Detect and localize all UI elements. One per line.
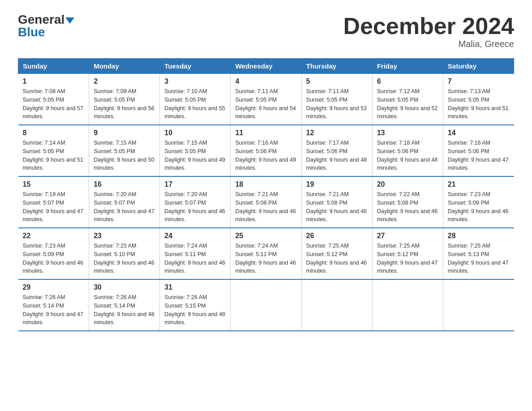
day-cell: 19 Sunrise: 7:21 AMSunset: 5:08 PMDaylig… [301,176,372,228]
day-cell: 31 Sunrise: 7:26 AMSunset: 5:15 PMDaylig… [160,279,231,331]
month-title: December 2024 [343,13,514,39]
day-info: Sunrise: 7:25 AMSunset: 5:13 PMDaylight:… [448,243,509,274]
day-info: Sunrise: 7:26 AMSunset: 5:15 PMDaylight:… [164,294,225,325]
day-number: 18 [235,180,296,188]
logo: General Blue [18,13,74,39]
title-block: December 2024 Malia, Greece [343,13,514,49]
header-cell-friday: Friday [372,59,443,74]
day-number: 10 [164,129,226,137]
day-number: 8 [23,129,85,137]
day-cell: 13 Sunrise: 7:18 AMSunset: 5:06 PMDaylig… [372,125,443,176]
day-number: 29 [23,283,85,291]
day-info: Sunrise: 7:13 AMSunset: 5:05 PMDaylight:… [448,88,509,120]
day-number: 15 [23,180,85,188]
header-cell-sunday: Sunday [18,59,89,74]
day-info: Sunrise: 7:08 AMSunset: 5:05 PMDaylight:… [23,88,84,120]
day-number: 25 [235,232,296,240]
day-number: 9 [94,129,155,137]
week-row-1: 1 Sunrise: 7:08 AMSunset: 5:05 PMDayligh… [18,74,514,125]
day-number: 27 [377,232,438,240]
day-cell: 18 Sunrise: 7:21 AMSunset: 5:08 PMDaylig… [231,176,301,228]
header-cell-monday: Monday [89,59,160,74]
day-info: Sunrise: 7:15 AMSunset: 5:05 PMDaylight:… [94,140,154,171]
day-info: Sunrise: 7:24 AMSunset: 5:11 PMDaylight:… [235,243,296,274]
day-number: 6 [377,77,438,86]
calendar-body: 1 Sunrise: 7:08 AMSunset: 5:05 PMDayligh… [18,74,514,331]
day-number: 5 [306,77,368,86]
day-info: Sunrise: 7:11 AMSunset: 5:05 PMDaylight:… [306,88,367,120]
logo-general: General [18,13,74,26]
week-row-5: 29 Sunrise: 7:26 AMSunset: 5:14 PMDaylig… [18,279,514,331]
day-info: Sunrise: 7:10 AMSunset: 5:05 PMDaylight:… [164,88,225,120]
day-cell: 8 Sunrise: 7:14 AMSunset: 5:05 PMDayligh… [18,125,89,176]
day-cell: 10 Sunrise: 7:15 AMSunset: 5:05 PMDaylig… [160,125,231,176]
day-info: Sunrise: 7:24 AMSunset: 5:11 PMDaylight:… [164,243,225,274]
day-number: 26 [306,232,368,240]
day-number: 22 [23,232,85,240]
logo-triangle-icon [65,17,74,24]
day-info: Sunrise: 7:20 AMSunset: 5:07 PMDaylight:… [94,191,154,223]
day-cell: 15 Sunrise: 7:19 AMSunset: 5:07 PMDaylig… [18,176,89,228]
day-cell: 20 Sunrise: 7:22 AMSunset: 5:08 PMDaylig… [372,176,443,228]
day-cell: 21 Sunrise: 7:23 AMSunset: 5:09 PMDaylig… [443,176,514,228]
day-info: Sunrise: 7:11 AMSunset: 5:05 PMDaylight:… [235,88,296,120]
day-number: 14 [448,129,510,137]
day-info: Sunrise: 7:26 AMSunset: 5:14 PMDaylight:… [23,294,84,325]
day-cell: 16 Sunrise: 7:20 AMSunset: 5:07 PMDaylig… [89,176,160,228]
day-number: 7 [448,77,510,86]
day-cell: 23 Sunrise: 7:23 AMSunset: 5:10 PMDaylig… [89,228,160,279]
day-cell: 25 Sunrise: 7:24 AMSunset: 5:11 PMDaylig… [231,228,301,279]
day-info: Sunrise: 7:23 AMSunset: 5:09 PMDaylight:… [448,191,509,223]
day-info: Sunrise: 7:21 AMSunset: 5:08 PMDaylight:… [306,191,367,223]
day-cell: 28 Sunrise: 7:25 AMSunset: 5:13 PMDaylig… [443,228,514,279]
day-cell: 11 Sunrise: 7:16 AMSunset: 5:06 PMDaylig… [231,125,301,176]
calendar-header: SundayMondayTuesdayWednesdayThursdayFrid… [18,59,514,74]
day-cell: 2 Sunrise: 7:09 AMSunset: 5:05 PMDayligh… [89,74,160,125]
day-info: Sunrise: 7:09 AMSunset: 5:05 PMDaylight:… [94,88,154,120]
day-cell: 14 Sunrise: 7:18 AMSunset: 5:06 PMDaylig… [443,125,514,176]
week-row-3: 15 Sunrise: 7:19 AMSunset: 5:07 PMDaylig… [18,176,514,228]
day-cell: 17 Sunrise: 7:20 AMSunset: 5:07 PMDaylig… [160,176,231,228]
header-cell-wednesday: Wednesday [231,59,301,74]
day-cell: 6 Sunrise: 7:12 AMSunset: 5:05 PMDayligh… [372,74,443,125]
week-row-4: 22 Sunrise: 7:23 AMSunset: 5:09 PMDaylig… [18,228,514,279]
day-info: Sunrise: 7:25 AMSunset: 5:12 PMDaylight:… [306,243,367,274]
logo-blue: Blue [18,26,45,39]
day-info: Sunrise: 7:17 AMSunset: 5:06 PMDaylight:… [306,140,367,171]
day-number: 16 [94,180,155,188]
day-info: Sunrise: 7:18 AMSunset: 5:06 PMDaylight:… [448,140,509,171]
day-info: Sunrise: 7:20 AMSunset: 5:07 PMDaylight:… [164,191,225,223]
day-number: 21 [448,180,510,188]
day-info: Sunrise: 7:19 AMSunset: 5:07 PMDaylight:… [23,191,84,223]
day-number: 19 [306,180,368,188]
day-info: Sunrise: 7:12 AMSunset: 5:05 PMDaylight:… [377,88,438,120]
week-row-2: 8 Sunrise: 7:14 AMSunset: 5:05 PMDayligh… [18,125,514,176]
day-cell [372,279,443,331]
day-info: Sunrise: 7:22 AMSunset: 5:08 PMDaylight:… [377,191,438,223]
day-cell: 3 Sunrise: 7:10 AMSunset: 5:05 PMDayligh… [160,74,231,125]
day-number: 23 [94,232,155,240]
day-info: Sunrise: 7:18 AMSunset: 5:06 PMDaylight:… [377,140,438,171]
day-cell: 30 Sunrise: 7:26 AMSunset: 5:14 PMDaylig… [89,279,160,331]
day-cell: 26 Sunrise: 7:25 AMSunset: 5:12 PMDaylig… [301,228,372,279]
day-number: 12 [306,129,368,137]
calendar-table: SundayMondayTuesdayWednesdayThursdayFrid… [18,58,514,331]
day-cell [443,279,514,331]
day-number: 30 [94,283,155,291]
location: Malia, Greece [343,39,514,49]
day-cell: 1 Sunrise: 7:08 AMSunset: 5:05 PMDayligh… [18,74,89,125]
day-cell: 29 Sunrise: 7:26 AMSunset: 5:14 PMDaylig… [18,279,89,331]
day-cell: 22 Sunrise: 7:23 AMSunset: 5:09 PMDaylig… [18,228,89,279]
day-info: Sunrise: 7:15 AMSunset: 5:05 PMDaylight:… [164,140,225,171]
day-info: Sunrise: 7:23 AMSunset: 5:10 PMDaylight:… [94,243,154,274]
day-cell: 5 Sunrise: 7:11 AMSunset: 5:05 PMDayligh… [301,74,372,125]
page-header: General Blue December 2024 Malia, Greece [18,13,514,49]
day-cell: 4 Sunrise: 7:11 AMSunset: 5:05 PMDayligh… [231,74,301,125]
day-cell: 12 Sunrise: 7:17 AMSunset: 5:06 PMDaylig… [301,125,372,176]
day-cell: 27 Sunrise: 7:25 AMSunset: 5:12 PMDaylig… [372,228,443,279]
day-number: 1 [23,77,85,86]
day-cell [301,279,372,331]
day-number: 11 [235,129,296,137]
day-number: 13 [377,129,438,137]
header-row: SundayMondayTuesdayWednesdayThursdayFrid… [18,59,514,74]
